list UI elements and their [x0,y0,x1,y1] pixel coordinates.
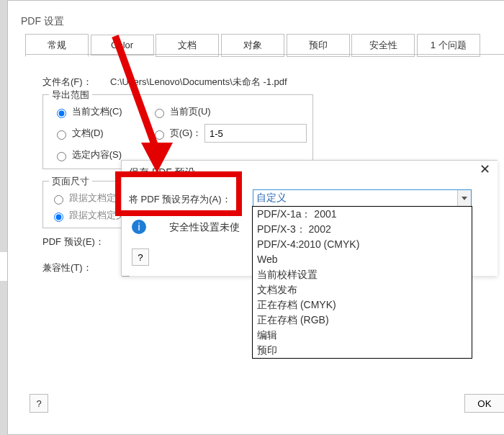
help-button[interactable]: ? [30,394,48,413]
radio-pages-input[interactable] [155,130,164,140]
pagesize-opt1-label: 跟据文档定义 [69,192,125,203]
dialog-title: PDF 设置 [21,15,64,28]
radio-current-doc-label: 当前文档(C) [72,106,122,117]
tab-color[interactable]: Color [91,35,154,55]
save-preset-as-label: 将 PDF 预设另存为(A)： [129,193,231,206]
radio-current-page-label: 当前页(U) [170,106,211,117]
ok-button[interactable]: OK [464,394,504,413]
preset-option[interactable]: 预印 [253,343,472,358]
preset-option[interactable]: 正在存档 (RGB) [253,313,472,328]
radio-current-page-input[interactable] [155,109,164,118]
radio-current-doc-input[interactable] [57,109,66,118]
radio-pages[interactable]: 页(G)： [151,127,202,140]
pages-input[interactable] [204,124,307,143]
preset-option[interactable]: 编辑 [253,328,472,343]
info-icon: i [132,220,146,234]
radio-documents-label: 文档(D) [72,127,104,138]
preset-option[interactable]: Web [253,252,472,267]
radio-selection-input[interactable] [57,152,66,161]
preset-name-dropdown[interactable]: PDF/X-1a： 2001 PDF/X-3： 2002 PDF/X-4:201… [252,206,472,359]
page-size-group: 页面尺寸 跟据文档定义 跟据文档定义 [42,181,129,228]
pagesize-opt2-input[interactable] [54,212,63,222]
pagesize-opt1[interactable]: 跟据文档定义 [50,192,125,205]
pagesize-opt1-input[interactable] [54,195,63,205]
save-preset-title: 保存 PDF 预设 [129,166,195,179]
radio-current-page[interactable]: 当前页(U) [151,105,211,118]
pagesize-opt2-label: 跟据文档定义 [69,210,125,220]
filename-value: C:\Users\Lenovo\Documents\未命名 -1.pdf [110,76,287,89]
preset-option[interactable]: 文档发布 [253,282,472,297]
pagesize-opt2[interactable]: 跟据文档定义 [50,209,125,222]
preset-option[interactable]: PDF/X-3： 2002 [253,222,472,237]
tab-separator [25,54,504,55]
popup-help-button[interactable]: ? [132,248,149,266]
close-icon[interactable]: ✕ [474,162,495,178]
radio-current-doc[interactable]: 当前文档(C) [53,105,122,118]
preset-option[interactable]: 当前校样设置 [253,267,472,282]
preset-name-selected: 自定义 [256,192,287,205]
radio-selection-label: 选定内容(S) [72,149,122,160]
radio-documents[interactable]: 文档(D) [53,127,104,140]
pdf-preset-label: PDF 预设(E)： [42,236,104,248]
chevron-down-icon[interactable] [457,190,471,206]
preset-option[interactable]: 正在存档 (CMYK) [253,297,472,313]
svg-marker-0 [462,197,467,200]
filename-label: 文件名(F)： [42,76,92,89]
preset-option[interactable]: PDF/X-1a： 2001 [253,207,472,222]
radio-selection[interactable]: 选定内容(S) [53,148,122,161]
radio-documents-input[interactable] [57,130,66,140]
tab-strip: 常规 Color 文档 对象 预印 安全性 1 个问题 [25,34,504,55]
security-warn-text: 安全性设置未使 [169,221,240,234]
preset-name-combo[interactable]: 自定义 [253,189,472,207]
export-range-group: 导出范围 当前文档(C) 文档(D) 选定内容(S) 当前页(U) 页(G)： [42,94,313,169]
page-size-title: 页面尺寸 [49,175,92,188]
export-range-title: 导出范围 [49,89,92,102]
radio-pages-label: 页(G)： [170,127,202,138]
compat-label: 兼容性(T)： [42,261,92,274]
preset-option[interactable]: PDF/X-4:2010 (CMYK) [253,237,472,252]
